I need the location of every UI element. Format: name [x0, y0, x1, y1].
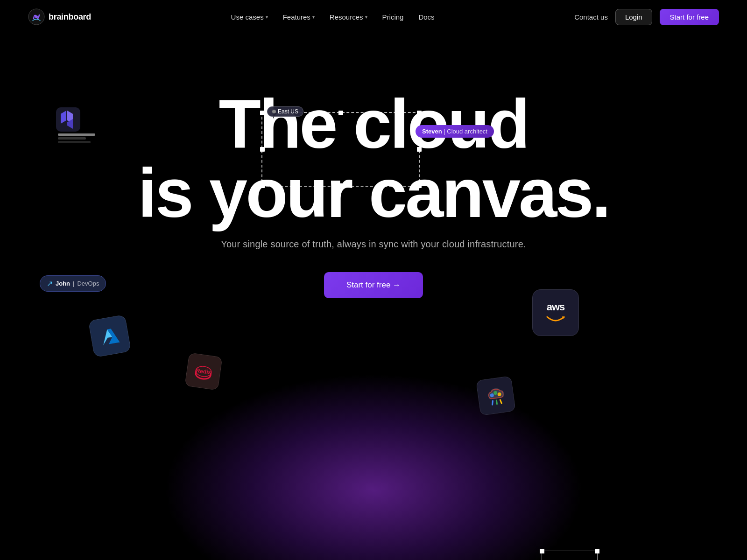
- nav-use-cases[interactable]: Use cases ▾: [231, 13, 268, 21]
- start-free-nav-button[interactable]: Start for free: [660, 9, 719, 25]
- nav-links: Use cases ▾ Features ▾ Resources ▾ Prici…: [231, 13, 435, 21]
- selection-box-br: [542, 551, 598, 560]
- nav-pricing[interactable]: Pricing: [382, 13, 404, 21]
- nav-resources[interactable]: Resources ▾: [330, 13, 367, 21]
- selection-handle-tr: [417, 111, 422, 115]
- logo[interactable]: brainboard: [28, 8, 91, 25]
- selection-handle-bl: [260, 183, 265, 188]
- region-badge: East US: [267, 106, 303, 117]
- selection-handle-mr: [417, 147, 422, 152]
- chevron-down-icon: ▾: [312, 14, 315, 20]
- hero-subtitle: Your single source of truth, always in s…: [221, 239, 526, 250]
- gcp-widget: [476, 376, 516, 416]
- selection-handle-tl: [260, 111, 265, 115]
- aws-widget: aws: [532, 289, 579, 336]
- aws-text: aws: [547, 301, 565, 313]
- cursor-icon: ↗: [47, 279, 53, 288]
- nav-actions: Contact us Login Start for free: [574, 9, 719, 25]
- region-dot-icon: [272, 110, 276, 113]
- chevron-down-icon: ▾: [266, 14, 268, 20]
- selection-box: East US: [261, 112, 420, 187]
- selection-handle-bm: [338, 183, 343, 188]
- navigation: brainboard Use cases ▾ Features ▾ Resour…: [0, 0, 747, 34]
- handle-tr: [595, 549, 599, 553]
- selection-handle-br: [417, 183, 422, 188]
- redis-widget: Redis: [184, 352, 222, 390]
- brand-name: brainboard: [49, 12, 91, 22]
- contact-button[interactable]: Contact us: [574, 13, 608, 21]
- nav-features[interactable]: Features ▾: [283, 13, 315, 21]
- chevron-down-icon: ▾: [365, 14, 367, 20]
- handle-tl: [540, 549, 544, 553]
- john-badge: ↗ John | DevOps: [40, 275, 106, 292]
- selection-handle-tm: [338, 111, 343, 115]
- steven-badge: Steven | Cloud architect: [416, 125, 494, 138]
- svg-point-1: [35, 15, 38, 18]
- aws-smile-icon: [545, 315, 566, 325]
- selection-handle-ml: [260, 147, 265, 152]
- terraform-widget: [56, 107, 95, 143]
- login-button[interactable]: Login: [615, 9, 652, 25]
- nav-docs[interactable]: Docs: [418, 13, 434, 21]
- hero-cta-button[interactable]: Start for free →: [324, 272, 423, 298]
- azure-widget: [88, 315, 132, 358]
